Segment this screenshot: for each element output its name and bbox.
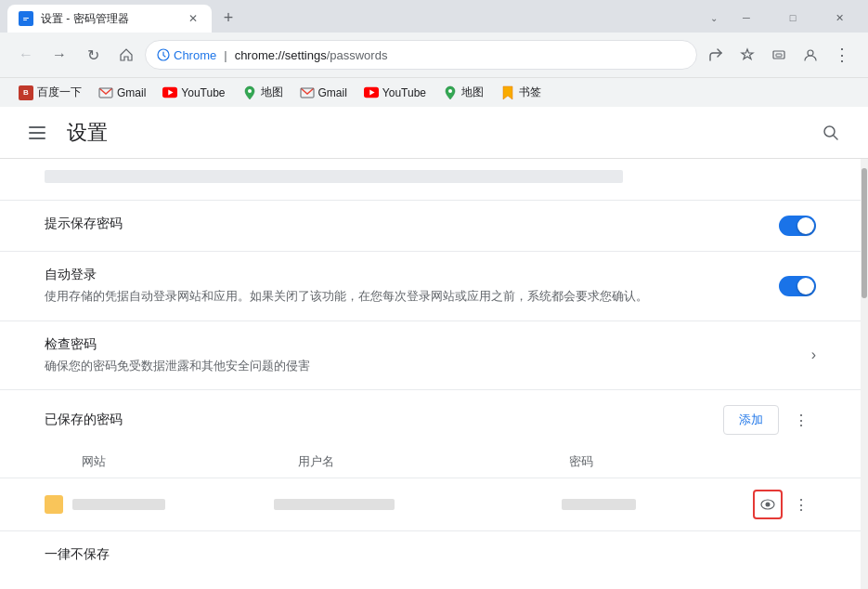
back-button[interactable]: ← [11, 40, 41, 70]
svg-point-6 [808, 50, 813, 56]
site-favicon [45, 495, 63, 514]
settings-main: 提示保存密码 自动登录 使用存储的凭据自动登录网站和应用。如果关闭了该功能，在您… [0, 159, 861, 589]
svg-rect-16 [29, 132, 45, 134]
reveal-password-button[interactable] [753, 490, 783, 519]
home-button[interactable] [111, 40, 141, 70]
svg-rect-15 [29, 126, 45, 128]
gmail1-label: Gmail [117, 86, 146, 99]
saved-passwords-header: 已保存的密码 添加 ⋮ [45, 405, 816, 435]
active-tab[interactable]: 设置 - 密码管理器 ✕ [7, 5, 212, 33]
save-prompt-toggle[interactable] [779, 216, 816, 236]
cast-button[interactable] [764, 40, 794, 70]
bookmark-youtube1[interactable]: YouTube [155, 82, 232, 104]
tab-bar: 设置 - 密码管理器 ✕ + [7, 5, 710, 33]
cutoff-text-1 [45, 170, 623, 183]
save-prompt-content: 提示保存密码 [45, 216, 779, 236]
settings-header: 设置 [0, 107, 868, 159]
check-password-desc: 确保您的密码免受数据泄露和其他安全问题的侵害 [45, 357, 811, 375]
saved-passwords-more-button[interactable]: ⋮ [786, 405, 816, 435]
maps1-label: 地图 [261, 85, 283, 100]
bookmark-baidu[interactable]: B 百度一下 [11, 81, 89, 104]
minimize-button[interactable]: ─ [725, 7, 768, 29]
tab-close-button[interactable]: ✕ [186, 11, 201, 26]
svg-rect-17 [29, 137, 45, 139]
col-header-site: 网站 [45, 453, 298, 470]
navbar: ← → ↻ Chrome | chrome://settings/passwor… [0, 33, 868, 77]
minimize-icon: ⌄ [710, 13, 718, 23]
saved-passwords-title: 已保存的密码 [45, 412, 123, 428]
toggle-knob-auto [797, 278, 814, 294]
bookmark-bookmarks[interactable]: 书签 [493, 81, 549, 104]
add-password-button[interactable]: 添加 [723, 405, 779, 435]
never-save-title: 一律不保存 [45, 546, 816, 563]
scrollbar-thumb [862, 168, 867, 298]
scrollbar[interactable] [861, 159, 868, 589]
new-tab-button[interactable]: + [215, 5, 241, 31]
password-table-header: 网站 用户名 密码 [0, 446, 861, 478]
saved-passwords-actions: 添加 ⋮ [723, 405, 816, 435]
youtube1-icon [162, 85, 177, 100]
url-text: chrome://settings/passwords [235, 48, 685, 62]
bookmark-gmail1[interactable]: Gmail [91, 82, 153, 104]
svg-point-20 [766, 503, 771, 507]
navbar-right-icons: ⋮ [701, 40, 857, 70]
account-button[interactable] [796, 40, 825, 70]
youtube1-label: YouTube [181, 86, 225, 99]
bookmark-star-button[interactable] [732, 40, 762, 70]
close-button[interactable]: ✕ [818, 7, 861, 29]
toggle-knob-save [797, 217, 814, 234]
forward-button[interactable]: → [45, 40, 74, 70]
svg-point-10 [248, 89, 252, 93]
svg-rect-2 [23, 20, 27, 20]
save-prompt-title: 提示保存密码 [45, 216, 779, 232]
maps1-icon [242, 85, 257, 100]
password-row: ⋮ [0, 478, 861, 531]
reload-button[interactable]: ↻ [78, 40, 108, 70]
security-indicator: Chrome [157, 48, 216, 62]
url-path: /passwords [327, 48, 388, 62]
site-name-blurred [72, 499, 165, 510]
password-row-more-button[interactable]: ⋮ [786, 490, 816, 519]
auto-login-desc: 使用存储的凭据自动登录网站和应用。如果关闭了该功能，在您每次登录网站或应用之前，… [45, 287, 757, 306]
check-password-row[interactable]: 检查密码 确保您的密码免受数据泄露和其他安全问题的侵害 › [0, 321, 861, 391]
window-controls: ⌄ ─ □ ✕ [710, 7, 861, 29]
password-blurred [562, 499, 636, 510]
bookmark-maps2[interactable]: 地图 [435, 81, 491, 104]
check-password-content: 检查密码 确保您的密码免受数据泄露和其他安全问题的侵害 [45, 336, 811, 375]
url-domain: chrome://settings [235, 48, 327, 62]
svg-rect-4 [773, 51, 784, 59]
youtube2-label: YouTube [382, 86, 426, 99]
maps2-icon [443, 85, 458, 100]
settings-page: 设置 提示保存密码 [0, 107, 868, 589]
tab-favicon [19, 11, 33, 26]
bookmarks-label: 书签 [519, 85, 541, 100]
settings-content: 提示保存密码 自动登录 使用存储的凭据自动登录网站和应用。如果关闭了该功能，在您… [0, 159, 868, 589]
svg-point-18 [824, 126, 835, 137]
bookmark-youtube2[interactable]: YouTube [356, 82, 434, 104]
gmail2-label: Gmail [318, 86, 347, 99]
username-cell [274, 499, 561, 510]
never-save-section: 一律不保存 [0, 531, 861, 578]
auto-login-toggle[interactable] [779, 276, 816, 296]
address-bar[interactable]: Chrome | chrome://settings/passwords [145, 40, 697, 70]
url-separator: | [224, 48, 227, 62]
hamburger-menu-button[interactable] [22, 118, 52, 148]
auto-login-row: 自动登录 使用存储的凭据自动登录网站和应用。如果关闭了该功能，在您每次登录网站或… [0, 252, 861, 321]
bookmarks-icon [500, 85, 515, 100]
svg-rect-5 [776, 54, 782, 57]
check-password-arrow: › [811, 347, 816, 363]
auto-login-content: 自动登录 使用存储的凭据自动登录网站和应用。如果关闭了该功能，在您每次登录网站或… [45, 267, 757, 306]
gmail1-icon [98, 85, 113, 100]
share-button[interactable] [701, 40, 731, 70]
username-blurred [274, 499, 395, 510]
col-header-password: 密码 [569, 453, 749, 470]
youtube2-icon [364, 85, 379, 100]
bookmark-gmail2[interactable]: Gmail [292, 82, 355, 104]
maximize-button[interactable]: □ [771, 7, 814, 29]
svg-point-14 [448, 89, 452, 93]
bookmarks-bar: B 百度一下 Gmail YouTube 地图 Gmail YouTube [0, 77, 868, 107]
save-prompt-row: 提示保存密码 [0, 201, 861, 252]
settings-search-button[interactable] [816, 118, 846, 148]
bookmark-maps1[interactable]: 地图 [235, 81, 291, 104]
menu-button[interactable]: ⋮ [827, 40, 857, 70]
